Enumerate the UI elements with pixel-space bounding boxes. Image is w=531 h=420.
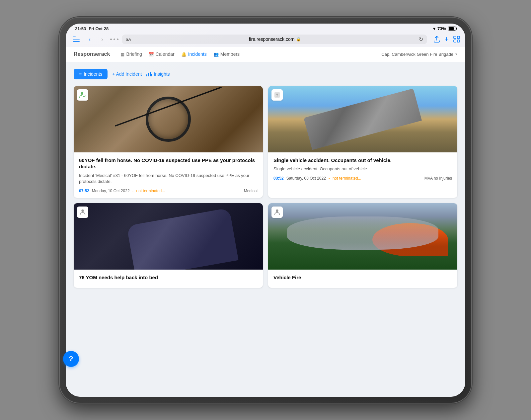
status-right: ▾ 73% — [433, 26, 456, 31]
card-body-1: 60YOF fell from horse. No COVID-19 suspe… — [74, 152, 263, 198]
add-incident-label: + Add Incident — [112, 71, 142, 77]
svg-rect-3 — [457, 40, 460, 42]
address-bar[interactable]: aA fire.responserack.com 🔒 ↻ — [122, 35, 427, 44]
nav-item-incidents[interactable]: 🔔 Incidents — [181, 51, 207, 57]
card-date-2: Saturday, 08 Oct 2022 — [286, 176, 326, 181]
svg-rect-1 — [457, 36, 460, 39]
battery-container — [448, 27, 456, 31]
share-button[interactable] — [434, 36, 440, 42]
members-icon: 👥 — [213, 52, 219, 57]
person-check-icon — [79, 91, 86, 99]
svg-point-7 — [81, 210, 84, 212]
card-title-4: Vehicle Fire — [273, 274, 452, 281]
toolbar: ≡ Incidents + Add Incident Insights — [74, 69, 457, 79]
nav-bar: ‹ › aA fire.responserack.com 🔒 ↻ — [66, 33, 465, 47]
question-icon: ? — [273, 91, 281, 99]
stethoscope-image — [74, 86, 263, 152]
svg-point-4 — [81, 92, 83, 94]
card-status-1: not terminated... — [136, 189, 165, 193]
dot-3 — [117, 39, 118, 40]
nav-label-briefing: Briefing — [126, 51, 142, 57]
svg-text:?: ? — [276, 93, 278, 97]
card-title-2: Single vehicle accident. Occupants out o… — [273, 157, 452, 164]
calendar-icon: 📅 — [149, 52, 154, 57]
incidents-btn-icon: ≡ — [79, 71, 82, 77]
user-info: Cap, Camberwick Green Fire Brigade — [381, 52, 453, 57]
forward-button[interactable]: › — [98, 35, 107, 44]
main-content: ≡ Incidents + Add Incident Insights — [66, 62, 465, 397]
card-image-1 — [74, 86, 263, 152]
incidents-grid: 60YOF fell from horse. No COVID-19 suspe… — [74, 86, 457, 288]
sidebar-toggle-button[interactable] — [71, 35, 82, 44]
user-menu[interactable]: Cap, Camberwick Green Fire Brigade ▾ — [381, 52, 457, 57]
card-body-3: 76 YOM needs help back into bed — [74, 270, 263, 288]
card-time-1: 07:52 — [79, 189, 89, 193]
incident-card-1[interactable]: 60YOF fell from horse. No COVID-19 suspe… — [74, 86, 263, 198]
dot-2 — [114, 39, 115, 40]
insights-chart-icon — [146, 72, 152, 76]
person-icon-3 — [79, 209, 86, 216]
person-icon-4 — [273, 209, 281, 216]
sidebar-icon — [73, 37, 80, 42]
card-time-2: 03:52 — [273, 176, 284, 181]
address-url: fire.responserack.com 🔒 — [134, 37, 416, 42]
svg-rect-2 — [454, 40, 456, 42]
nav-item-members[interactable]: 👥 Members — [213, 51, 240, 57]
card-meta-1: 07:52 Monday, 10 Oct 2022 - not terminat… — [79, 189, 258, 193]
nav-item-briefing[interactable]: ▦ Briefing — [120, 51, 142, 57]
app-brand: Responserack — [74, 51, 110, 57]
incident-card-3[interactable]: 76 YOM needs help back into bed — [74, 203, 263, 288]
help-button[interactable]: ? — [63, 351, 79, 367]
avatar-badge-3 — [77, 207, 88, 218]
card-image-3 — [74, 203, 263, 270]
user-menu-chevron: ▾ — [455, 52, 457, 56]
nav-label-members: Members — [220, 51, 240, 57]
avatar-badge-2: ? — [271, 89, 283, 101]
battery-bar — [448, 27, 456, 31]
help-btn-label: ? — [69, 355, 73, 363]
briefing-icon: ▦ — [120, 52, 124, 57]
wifi-icon: ▾ — [433, 26, 435, 31]
url-text: fire.responserack.com — [249, 37, 295, 42]
status-date: Fri Oct 28 — [89, 26, 109, 31]
insights-button[interactable]: Insights — [146, 71, 170, 77]
avatar-badge-4 — [271, 207, 283, 218]
svg-rect-0 — [454, 36, 456, 39]
nav-item-calendar[interactable]: 📅 Calendar — [149, 51, 175, 57]
nav-label-incidents: Incidents — [188, 51, 207, 57]
nav-actions: + — [434, 35, 460, 43]
dot-1 — [110, 39, 112, 40]
card-image-2: ? — [268, 86, 457, 152]
incident-card-2[interactable]: ? Single vehicle accident. Occupants out… — [268, 86, 457, 198]
car-accident-image — [268, 86, 457, 152]
incident-card-4[interactable]: Vehicle Fire — [268, 203, 457, 288]
tabs-button[interactable] — [453, 36, 460, 42]
card-separator-1: - — [132, 189, 134, 193]
battery-percent: 73% — [437, 26, 446, 31]
loading-dots — [110, 39, 118, 40]
card-body-2: Single vehicle accident. Occupants out o… — [268, 152, 457, 186]
card-image-4 — [268, 203, 457, 270]
incidents-btn-label: Incidents — [84, 71, 102, 77]
fire-image — [268, 203, 457, 270]
card-category-2: MVA no Injuries — [424, 176, 452, 181]
new-tab-button[interactable]: + — [444, 35, 449, 43]
card-status-2: not terminated... — [333, 176, 361, 181]
incidents-button[interactable]: ≡ Incidents — [74, 69, 108, 79]
card-category-1: Medical — [244, 189, 258, 193]
card-separator-2: - — [329, 176, 330, 181]
card-description-2: Single vehicle accident. Occupants out o… — [273, 166, 452, 172]
glove-image — [74, 203, 263, 270]
card-title-3: 76 YOM needs help back into bed — [79, 274, 258, 281]
browser-chrome: 21:53 Fri Oct 28 ▾ 73% — [66, 24, 465, 47]
bell-icon: 🔔 — [181, 52, 187, 57]
address-aa[interactable]: aA — [126, 37, 131, 42]
card-meta-2: 03:52 Saturday, 08 Oct 2022 - not termin… — [273, 176, 452, 181]
refresh-button[interactable]: ↻ — [419, 36, 423, 42]
card-title-1: 60YOF fell from horse. No COVID-19 suspe… — [79, 157, 258, 170]
card-date-1: Monday, 10 Oct 2022 — [92, 189, 130, 193]
status-left: 21:53 Fri Oct 28 — [75, 26, 109, 31]
add-incident-button[interactable]: + Add Incident — [112, 71, 142, 77]
card-body-4: Vehicle Fire — [268, 270, 457, 288]
back-button[interactable]: ‹ — [85, 35, 94, 44]
